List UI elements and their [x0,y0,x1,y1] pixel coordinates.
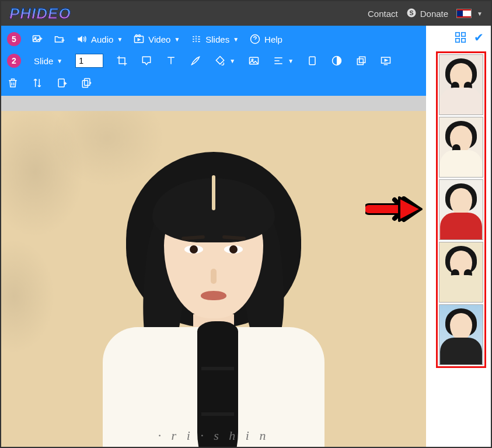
thumbnail-panel [436,51,486,368]
view-controls: ✔ [454,30,484,44]
add-image-button[interactable] [32,33,43,45]
donate-link[interactable]: S Donate [406,8,448,20]
svg-rect-16 [82,81,88,88]
svg-rect-20 [462,33,465,36]
donate-icon: S [406,8,417,20]
grid-view-button[interactable] [454,31,467,44]
canvas-column: · r i · s h i n [1,96,426,448]
cast-button[interactable] [438,30,451,43]
brush-button[interactable] [190,55,201,67]
chevron-down-icon: ▼ [117,36,123,43]
svg-point-5 [135,35,137,37]
crop-button[interactable] [116,55,128,67]
step-badge-2: 2 [7,54,21,68]
slide-label: Slide [34,56,53,66]
chevron-down-icon: ▼ [229,58,235,64]
layers-button[interactable] [355,55,367,67]
svg-point-6 [138,35,140,37]
slide-number-input[interactable] [75,54,103,68]
slide-selector[interactable]: Slide▼ [34,56,62,66]
social-links [79,8,93,20]
main-photo [103,129,324,448]
step-badge-5: 5 [7,32,21,46]
audio-menu[interactable]: Audio▼ [76,33,123,45]
thumbnail-1[interactable] [439,54,483,115]
chevron-down-icon: ▼ [233,36,239,43]
chevron-down-icon: ▼ [288,58,294,64]
slides-label: Slides [205,34,229,44]
audio-label: Audio [91,34,113,44]
page-button[interactable] [306,55,318,67]
help-button[interactable]: Help [249,33,282,45]
slides-menu[interactable]: Slides▼ [190,33,239,45]
new-page-button[interactable] [56,77,68,89]
annotation-arrow [365,193,424,228]
help-label: Help [264,34,282,44]
delete-button[interactable] [7,77,19,89]
svg-rect-13 [360,57,365,62]
donate-label: Donate [420,9,448,19]
svg-rect-12 [357,59,363,65]
language-selector[interactable]: ▼ [456,9,483,18]
duplicate-page-button[interactable] [81,77,92,89]
thumbnail-2[interactable] [439,117,483,178]
text-button[interactable] [165,55,177,67]
logo[interactable]: PHIDEO [9,5,71,23]
contact-link[interactable]: Contact [368,9,398,19]
contrast-button[interactable] [331,55,343,67]
top-bar: PHIDEO Contact S Donate ▼ [1,1,491,26]
thumbnail-3[interactable] [439,179,483,240]
svg-rect-15 [58,79,64,86]
svg-rect-21 [456,39,459,42]
flag-icon [456,9,472,18]
svg-rect-19 [456,33,459,36]
image-button[interactable] [248,55,260,67]
chevron-down-icon: ▼ [174,36,180,43]
present-button[interactable] [380,55,392,67]
align-menu[interactable]: ▼ [273,55,294,67]
reorder-button[interactable] [32,77,43,89]
chevron-down-icon: ▼ [477,11,483,17]
svg-rect-17 [85,79,90,86]
canvas-ruler [1,96,426,111]
svg-text:S: S [409,9,413,16]
toolbar-row-3 [7,72,420,96]
video-label: Video [148,34,170,44]
thumbnail-4[interactable] [439,242,483,303]
fill-menu[interactable]: ▼ [214,55,235,67]
svg-rect-22 [462,39,465,42]
svg-rect-10 [309,57,315,64]
content-area: · r i · s h i n [1,96,491,448]
editor-toolbar: 5 Audio▼ Video▼ Slides▼ Help 2 Slide▼ ▼ … [1,26,426,96]
photo-caption: · r i · s h i n [158,428,270,443]
video-menu[interactable]: Video▼ [133,33,180,45]
add-folder-button[interactable] [54,33,65,45]
toolbar-row-2: 2 Slide▼ ▼ ▼ [7,49,420,72]
chevron-down-icon: ▼ [57,58,62,64]
speech-bubble-button[interactable] [141,55,152,67]
slide-canvas[interactable]: · r i · s h i n [1,111,426,448]
toolbar-row-1: 5 Audio▼ Video▼ Slides▼ Help [7,29,420,49]
confirm-button[interactable]: ✔ [474,30,484,44]
thumbnail-5[interactable] [439,304,483,365]
